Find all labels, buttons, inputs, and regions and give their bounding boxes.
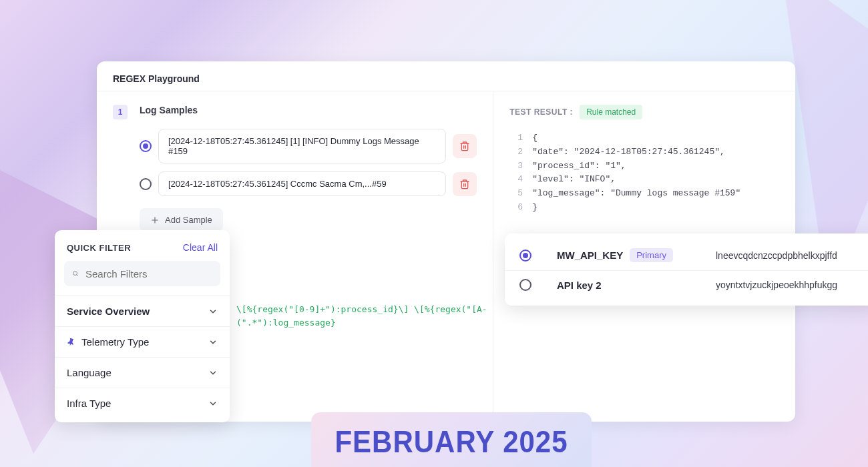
sample-text-input[interactable]: [2024-12-18T05:27:45.361245] Cccmc Sacma…	[158, 171, 446, 196]
api-key-value: lneevcqdcnzccpdpbhelkxpjffd	[716, 250, 837, 261]
result-json-code: 1{2 "date": "2024-12-18T05:27:45.361245"…	[509, 131, 779, 215]
code-line-text: "level": "INFO",	[532, 173, 616, 187]
filter-item-service-overview[interactable]: Service Overview	[55, 296, 230, 326]
code-line-text: {	[532, 131, 537, 145]
delete-sample-button[interactable]	[453, 134, 477, 158]
filter-item-language[interactable]: Language	[55, 357, 230, 388]
quick-filter-panel: QUICK FILTER Clear All Service OverviewT…	[55, 230, 230, 422]
trash-icon	[459, 179, 470, 189]
trash-icon	[459, 141, 470, 151]
line-number: 3	[509, 159, 523, 173]
line-number: 2	[509, 145, 523, 159]
sample-radio[interactable]	[140, 178, 152, 190]
chevron-down-icon	[208, 338, 218, 347]
filter-item-label: Language	[67, 367, 112, 378]
chevron-down-icon	[208, 307, 218, 316]
chevron-down-icon	[208, 368, 218, 378]
code-line-text: "process_id": "1",	[532, 159, 626, 173]
api-key-name: MW_API_KEY	[557, 250, 623, 261]
api-key-panel: MW_API_KEYPrimarylneevcqdcnzccpdpbhelkxp…	[505, 234, 868, 306]
filter-item-label: Infra Type	[67, 398, 111, 409]
filter-item-infra-type[interactable]: Infra Type	[55, 388, 230, 418]
chevron-down-icon	[208, 399, 218, 408]
test-result-label: TEST RESULT :	[509, 107, 573, 117]
api-key-radio[interactable]	[519, 279, 531, 291]
api-key-name: API key 2	[557, 280, 602, 291]
api-key-row: MW_API_KEYPrimarylneevcqdcnzccpdpbhelkxp…	[505, 240, 868, 270]
line-number: 5	[509, 187, 523, 201]
sample-radio[interactable]	[140, 140, 152, 152]
line-number: 6	[509, 201, 523, 215]
pin-icon	[67, 338, 76, 347]
delete-sample-button[interactable]	[453, 172, 477, 196]
section-number-badge: 1	[113, 105, 128, 119]
api-key-row: API key 2yoyntxtvjzuckjpeoekhhpfukgg	[505, 270, 868, 299]
filter-search-input[interactable]	[85, 268, 212, 280]
code-line-text: "log_message": "Dummy logs message #159"	[532, 187, 740, 201]
svg-point-0	[73, 272, 77, 276]
plus-icon	[150, 215, 160, 225]
sample-text-input[interactable]: [2024-12-18T05:27:45.361245] [1] [INFO] …	[158, 129, 446, 163]
clear-all-link[interactable]: Clear All	[183, 242, 218, 253]
regex-pattern-snippet: \[%{regex("[0-9]+"):process_id}\] \[%{re…	[236, 303, 487, 329]
rule-matched-badge: Rule matched	[580, 105, 642, 119]
panel-title: REGEX Playground	[97, 61, 795, 91]
api-key-radio[interactable]	[519, 250, 531, 262]
filter-search-box[interactable]	[64, 261, 220, 286]
line-number: 1	[509, 131, 523, 145]
filter-item-label: Service Overview	[67, 306, 150, 317]
filter-item-label: Telemetry Type	[81, 336, 149, 348]
primary-badge: Primary	[630, 248, 673, 262]
sample-row: [2024-12-18T05:27:45.361245] Cccmc Sacma…	[140, 171, 477, 196]
add-sample-button[interactable]: Add Sample	[140, 208, 223, 231]
search-icon	[72, 268, 79, 280]
month-banner: FEBRUARY 2025	[311, 412, 592, 467]
sample-row: [2024-12-18T05:27:45.361245] [1] [INFO] …	[140, 129, 477, 163]
line-number: 4	[509, 173, 523, 187]
quick-filter-title: QUICK FILTER	[67, 243, 131, 253]
code-line-text: "date": "2024-12-18T05:27:45.361245",	[532, 145, 725, 159]
filter-item-telemetry-type[interactable]: Telemetry Type	[55, 326, 230, 357]
code-line-text: }	[532, 201, 537, 215]
add-sample-label: Add Sample	[165, 215, 212, 225]
month-banner-text: FEBRUARY 2025	[335, 425, 568, 460]
api-key-value: yoyntxtvjzuckjpeoekhhpfukgg	[716, 280, 837, 290]
svg-line-1	[77, 275, 78, 276]
section-title: Log Samples	[140, 105, 198, 115]
